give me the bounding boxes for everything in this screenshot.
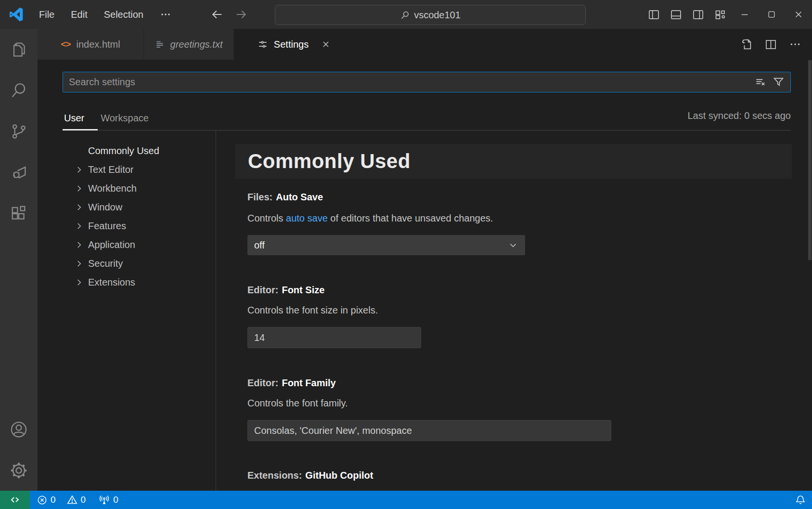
tab-label: index.html (77, 39, 120, 50)
tab-index-html[interactable]: <> index.html (38, 29, 144, 60)
toggle-secondary-sidebar-icon[interactable] (687, 0, 709, 29)
chevron-right-icon (75, 259, 88, 268)
radio-tower-icon (98, 494, 110, 506)
settings-search-box (63, 72, 791, 92)
close-window-button[interactable] (785, 0, 812, 29)
toc-label: Security (88, 258, 123, 269)
navigate-back-icon[interactable] (207, 4, 227, 25)
explorer-icon[interactable] (0, 29, 38, 70)
clear-settings-search-icon[interactable] (754, 76, 767, 89)
toc-label: Window (88, 202, 122, 213)
setting-category: Editor: (247, 378, 278, 388)
notifications-bell-icon[interactable] (795, 491, 806, 509)
more-actions-icon[interactable] (789, 38, 801, 51)
scope-divider (63, 130, 791, 131)
navigate-forward-icon[interactable] (231, 4, 251, 25)
search-view-icon[interactable] (0, 70, 38, 111)
command-center[interactable]: vscode101 (275, 5, 586, 25)
settings-sliders-icon (258, 39, 268, 50)
chevron-right-icon (75, 222, 88, 231)
error-icon (37, 495, 48, 506)
setting-desc-font-size: Controls the font size in pixels. (247, 305, 378, 316)
activity-bar (0, 29, 38, 491)
settings-editor: User Workspace Last synced: 0 secs ago C… (38, 60, 812, 491)
maximize-button[interactable] (758, 0, 785, 29)
chevron-down-icon (508, 240, 518, 250)
warning-count: 0 (81, 495, 86, 505)
toc-item-window[interactable]: Window (63, 198, 215, 217)
settings-toc: Commonly Used Text Editor Workbench Wind… (63, 142, 215, 292)
setting-desc-auto-save: Controls auto save of editors that have … (247, 213, 493, 224)
tab-settings[interactable]: Settings (234, 29, 354, 60)
menu-file[interactable]: File (31, 0, 63, 29)
warning-icon (66, 494, 78, 506)
scope-tab-user[interactable]: User (63, 106, 86, 130)
toc-label: Workbench (88, 183, 137, 194)
tab-greetings-txt[interactable]: greetings.txt (144, 29, 234, 60)
close-tab-icon[interactable] (321, 39, 331, 49)
activity-bar-spacer (0, 234, 38, 409)
auto-save-link[interactable]: auto save (286, 213, 328, 223)
scrollbar-thumb[interactable] (808, 60, 812, 260)
desc-text: Controls (247, 213, 286, 223)
remote-icon (9, 494, 21, 506)
toc-item-features[interactable]: Features (63, 217, 215, 235)
html-file-icon: <> (61, 39, 70, 50)
toc-item-workbench[interactable]: Workbench (63, 179, 215, 198)
chevron-right-icon (75, 203, 88, 212)
split-editor-icon[interactable] (764, 38, 777, 51)
ports-count: 0 (113, 495, 118, 505)
vscode-window: File Edit Selection vscode101 (0, 0, 812, 509)
customize-layout-icon[interactable] (709, 0, 731, 29)
toc-item-text-editor[interactable]: Text Editor (63, 160, 215, 179)
toggle-panel-icon[interactable] (665, 0, 687, 29)
tab-label: Settings (274, 39, 309, 50)
menu-overflow-icon[interactable] (152, 0, 180, 29)
search-icon (400, 10, 410, 20)
setting-title-github-copilot: Extensions:GitHub Copilot (247, 470, 373, 481)
toc-item-extensions[interactable]: Extensions (63, 273, 215, 292)
problems-status[interactable]: 0 0 (37, 491, 86, 509)
toc-label: Extensions (88, 277, 135, 288)
filter-settings-icon[interactable] (773, 76, 785, 88)
setting-title-files-auto-save: Files:Auto Save (247, 192, 323, 203)
toc-label: Commonly Used (88, 145, 159, 157)
manage-settings-gear-icon[interactable] (0, 450, 38, 491)
editor-tab-bar: <> index.html greetings.txt Settings (38, 29, 812, 60)
command-center-text: vscode101 (414, 10, 461, 21)
setting-category: Extensions: (247, 470, 302, 481)
toc-label: Application (88, 239, 135, 250)
selected-value: off (254, 240, 265, 251)
font-family-input[interactable] (247, 420, 611, 441)
toc-item-security[interactable]: Security (63, 254, 215, 273)
open-settings-json-icon[interactable] (739, 38, 753, 51)
menu-selection[interactable]: Selection (96, 0, 152, 29)
menu-edit[interactable]: Edit (63, 0, 95, 29)
accounts-icon[interactable] (0, 409, 38, 450)
last-synced-label: Last synced: 0 secs ago (687, 110, 791, 121)
title-bar: File Edit Selection vscode101 (0, 0, 812, 29)
setting-title-font-size: Editor:Font Size (247, 285, 324, 296)
source-control-icon[interactable] (0, 111, 38, 152)
tab-label: greetings.txt (170, 39, 223, 50)
setting-name: GitHub Copilot (305, 470, 373, 481)
status-bar: 0 0 0 (0, 491, 812, 509)
toc-item-application[interactable]: Application (63, 235, 215, 254)
setting-category: Files: (247, 192, 272, 202)
toc-item-commonly-used[interactable]: Commonly Used (63, 142, 215, 160)
run-debug-icon[interactable] (0, 152, 38, 193)
scope-tab-workspace[interactable]: Workspace (99, 106, 150, 130)
font-size-input[interactable] (247, 327, 421, 348)
auto-save-select[interactable]: off (247, 235, 525, 255)
section-heading-band: Commonly Used (235, 144, 792, 179)
text-file-icon (155, 39, 165, 49)
error-count: 0 (51, 495, 56, 505)
toggle-primary-sidebar-icon[interactable] (643, 0, 665, 29)
extensions-view-icon[interactable] (0, 193, 38, 234)
section-heading: Commonly Used (235, 150, 411, 173)
setting-title-font-family: Editor:Font Family (247, 378, 336, 389)
ports-status[interactable]: 0 (98, 491, 118, 509)
minimize-button[interactable] (731, 0, 758, 29)
settings-search-input[interactable] (63, 77, 754, 88)
remote-indicator[interactable] (0, 491, 30, 509)
